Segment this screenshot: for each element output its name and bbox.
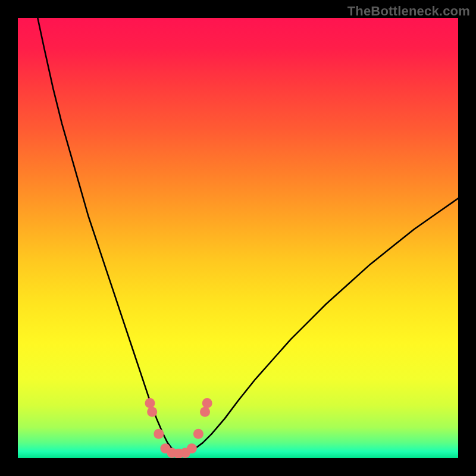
curve-marker: [200, 407, 210, 417]
curve-marker: [145, 398, 155, 408]
watermark-text: TheBottleneck.com: [347, 4, 470, 19]
plot-area: [18, 18, 458, 458]
curve-marker: [154, 429, 164, 439]
bottleneck-curve: [37, 18, 458, 454]
curve-marker: [187, 443, 197, 453]
curve-marker: [147, 407, 157, 417]
curve-layer: [18, 18, 458, 458]
curve-markers: [145, 398, 212, 458]
chart-frame: TheBottleneck.com: [0, 0, 476, 476]
curve-marker: [202, 398, 212, 408]
curve-marker: [193, 429, 203, 439]
